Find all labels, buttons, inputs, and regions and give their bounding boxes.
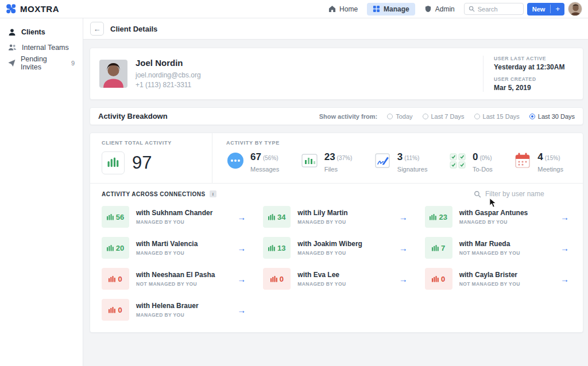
sidebar-item-clients[interactable]: Clients <box>0 24 83 40</box>
stat-pct: (37%) <box>337 155 353 161</box>
radio-last-7-days[interactable]: Last 7 Days <box>423 113 465 120</box>
user-avatar[interactable] <box>568 2 582 16</box>
content-area: Joel Nordin joel.nording@cbs.org +1 (113… <box>83 40 588 366</box>
info-icon[interactable]: i <box>210 190 216 197</box>
sidebar-item-label: Clients <box>21 28 45 36</box>
radio-last-30-days[interactable]: Last 30 Days <box>529 113 575 120</box>
stat-value: 0 <box>473 151 478 162</box>
activity-count-chip: 56 <box>102 206 129 228</box>
connection-managed-label: MANAGED BY YOU <box>297 219 347 225</box>
connection-activity-count: 13 <box>277 244 285 252</box>
user-avatar-image <box>568 2 582 16</box>
nav-admin[interactable]: Admin <box>419 3 461 15</box>
open-connection-arrow[interactable]: → <box>399 212 410 222</box>
stat-messages: 67(56%) Messages <box>226 151 279 173</box>
connection-name: with Joakim Wiberg <box>297 240 362 248</box>
stat-label: Messages <box>250 166 279 173</box>
activity-bars-icon <box>107 157 119 169</box>
open-connection-arrow[interactable]: → <box>237 243 248 253</box>
activity-count-chip: 7 <box>425 237 452 259</box>
user-created-value: Mar 5, 2019 <box>494 84 574 92</box>
last-active-label: USER LAST ACTIVE <box>494 56 574 61</box>
open-connection-arrow[interactable]: → <box>560 212 571 222</box>
radio-circle-icon <box>529 114 535 119</box>
connection-card[interactable]: 13 with Joakim Wiberg MANAGED BY YOU → <box>263 237 409 259</box>
show-activity-label: Show activity from: <box>319 113 377 120</box>
open-connection-arrow[interactable]: → <box>237 274 248 284</box>
sidebar-item-pending-invites[interactable]: Pending Invites 9 <box>0 55 83 71</box>
activity-across-connections: ACTIVITY ACROSS CONNECTIONS i <box>90 184 583 332</box>
connection-managed-label: MANAGED BY YOU <box>136 219 212 225</box>
connection-name: with Eva Lee <box>297 271 346 279</box>
user-created-label: USER CREATED <box>494 76 574 82</box>
signatures-icon <box>373 151 392 170</box>
activity-bars-icon <box>107 244 114 252</box>
global-search[interactable] <box>464 3 524 15</box>
connection-card[interactable]: 23 with Gaspar Antunes MANAGED BY YOU → <box>425 206 571 228</box>
activity-bars-icon <box>107 213 114 221</box>
activity-count-chip: 0 <box>102 299 129 321</box>
sidebar-item-internal-teams[interactable]: Internal Teams <box>0 40 83 55</box>
activity-bars-icon <box>270 275 277 283</box>
connection-card[interactable]: 20 with Marti Valencia MANAGED BY YOU → <box>102 237 248 259</box>
filter-by-user-input[interactable] <box>485 190 571 198</box>
stat-signatures: 3(11%) Signatures <box>373 151 428 173</box>
stat-value: 67 <box>250 151 261 162</box>
nav-manage-label: Manage <box>384 5 409 13</box>
connection-card[interactable]: 0 with Helena Brauer MANAGED BY YOU → <box>102 299 248 321</box>
open-connection-arrow[interactable]: → <box>399 243 410 253</box>
top-bar: MOXTRA Home Manage Admin New + <box>0 0 588 18</box>
activity-count-chip: 0 <box>263 268 291 290</box>
nav-home[interactable]: Home <box>323 3 363 15</box>
connection-name: with Sukhnam Chander <box>136 209 212 217</box>
stat-todos: 0(0%) To-Dos <box>448 151 493 173</box>
logo-text: MOXTRA <box>20 4 59 14</box>
nav-manage[interactable]: Manage <box>367 3 415 15</box>
open-connection-arrow[interactable]: → <box>560 243 571 253</box>
activity-bars-icon <box>109 306 115 314</box>
paper-plane-icon <box>8 59 16 67</box>
search-input[interactable] <box>478 6 518 13</box>
connection-activity-count: 0 <box>118 306 122 314</box>
radio-today[interactable]: Today <box>387 113 412 120</box>
connection-activity-count: 0 <box>118 275 122 283</box>
back-button[interactable]: ← <box>90 22 104 36</box>
last-active-value: Yesterday at 12:30AM <box>494 63 574 71</box>
sidebar: Clients Internal Teams Pending Invites 9 <box>0 18 83 366</box>
sidebar-item-label: Internal Teams <box>22 44 69 52</box>
activity-by-type: ACTIVITY BY TYPE 67(56%) Messages <box>212 133 583 183</box>
manage-grid-icon <box>373 5 380 13</box>
connection-card[interactable]: 0 with Neeshaan El Pasha NOT MANAGED BY … <box>102 268 248 290</box>
person-icon <box>8 28 16 36</box>
activity-bars-icon <box>430 213 436 221</box>
stat-value: 23 <box>324 151 335 162</box>
stat-label: Files <box>324 166 353 173</box>
activity-breakdown-title: Activity Breakdown <box>98 112 168 120</box>
open-connection-arrow[interactable]: → <box>399 274 410 284</box>
activity-bars-icon <box>432 244 439 252</box>
radio-circle-icon <box>387 114 393 119</box>
activity-count-chip: 23 <box>425 206 452 228</box>
open-connection-arrow[interactable]: → <box>560 274 571 284</box>
connection-managed-label: MANAGED BY YOU <box>136 250 198 256</box>
client-name: Joel Nordin <box>136 58 201 68</box>
connection-card[interactable]: 0 with Eva Lee MANAGED BY YOU → <box>263 268 409 290</box>
messages-icon <box>226 151 245 170</box>
stat-pct: (11%) <box>404 155 419 161</box>
open-connection-arrow[interactable]: → <box>237 212 248 222</box>
connection-name: with Gaspar Antunes <box>459 209 528 217</box>
connection-card[interactable]: 0 with Cayla Brister NOT MANAGED BY YOU … <box>425 268 571 290</box>
moxtra-logo[interactable]: MOXTRA <box>6 3 59 14</box>
client-phone: +1 (113) 821-3311 <box>136 80 201 90</box>
connection-card[interactable]: 34 with Lily Martin MANAGED BY YOU → <box>263 206 409 228</box>
connection-managed-label: NOT MANAGED BY YOU <box>459 281 520 287</box>
new-button[interactable]: New + <box>527 3 564 15</box>
open-connection-arrow[interactable]: → <box>237 305 248 315</box>
connection-card[interactable]: 56 with Sukhnam Chander MANAGED BY YOU → <box>102 206 248 228</box>
connection-card[interactable]: 7 with Mar Rueda NOT MANAGED BY YOU → <box>425 237 571 259</box>
stat-label: Meetings <box>537 166 563 173</box>
activity-bars-icon <box>268 244 275 252</box>
client-avatar <box>99 60 127 88</box>
connection-filter[interactable] <box>474 190 571 198</box>
radio-last-15-days[interactable]: Last 15 Days <box>474 113 520 120</box>
